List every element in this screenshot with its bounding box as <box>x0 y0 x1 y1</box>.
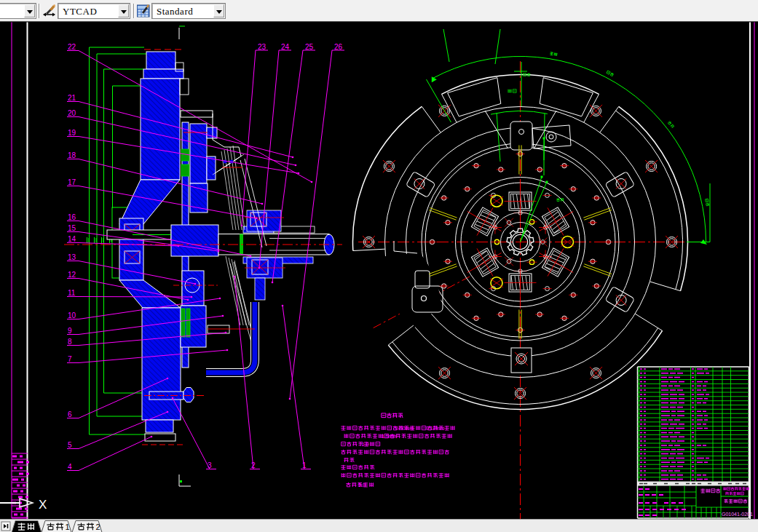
svg-text:X: X <box>39 498 47 512</box>
svg-text:26: 26 <box>334 43 343 51</box>
svg-text:6: 6 <box>68 410 72 418</box>
svg-text:17: 17 <box>68 178 76 186</box>
svg-text:G01041-0201: G01041-0201 <box>722 512 753 517</box>
svg-text:8: 8 <box>68 338 72 346</box>
svg-text:22: 22 <box>68 43 76 51</box>
svg-text:0.50mm: 0.50mm <box>395 426 414 431</box>
svg-text:7: 7 <box>68 355 72 363</box>
svg-text:14: 14 <box>68 235 76 243</box>
svg-text:25: 25 <box>305 43 314 51</box>
svg-text:9: 9 <box>68 327 72 335</box>
svg-text:1.0: 1.0 <box>362 442 369 447</box>
svg-text:12: 12 <box>68 271 76 279</box>
svg-text:2: 2 <box>96 523 100 531</box>
svg-text:4: 4 <box>68 463 72 471</box>
svg-text:19: 19 <box>68 129 76 137</box>
svg-text:24: 24 <box>281 43 290 51</box>
svg-text:23: 23 <box>258 43 267 51</box>
svg-text:5: 5 <box>68 441 72 449</box>
svg-text:15: 15 <box>68 224 76 232</box>
svg-text:1: 1 <box>66 523 70 531</box>
svg-text:0.12mm: 0.12mm <box>426 426 444 431</box>
svg-text:10: 10 <box>68 311 76 319</box>
svg-text:1.5mm: 1.5mm <box>382 434 398 439</box>
svg-text:5.0: 5.0 <box>358 483 366 488</box>
svg-text:20: 20 <box>68 109 76 117</box>
svg-text:18: 18 <box>68 151 76 159</box>
svg-text:11: 11 <box>68 289 76 297</box>
svg-text:21: 21 <box>68 94 76 102</box>
svg-text:16: 16 <box>68 213 76 221</box>
svg-text:13: 13 <box>68 253 76 261</box>
